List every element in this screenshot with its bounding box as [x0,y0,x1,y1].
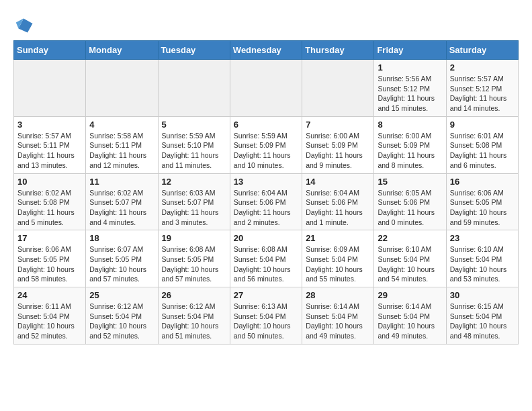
day-info: Sunrise: 5:59 AM Sunset: 5:10 PM Dayligh… [162,131,226,171]
calendar-cell: 4Sunrise: 5:58 AM Sunset: 5:11 PM Daylig… [86,116,158,173]
day-info: Sunrise: 5:58 AM Sunset: 5:11 PM Dayligh… [89,131,154,171]
calendar-body: 1Sunrise: 5:56 AM Sunset: 5:12 PM Daylig… [14,60,519,345]
calendar-cell: 19Sunrise: 6:08 AM Sunset: 5:05 PM Dayli… [158,230,230,287]
header-cell-monday: Monday [86,41,158,60]
calendar-cell: 12Sunrise: 6:03 AM Sunset: 5:07 PM Dayli… [158,173,230,230]
header-cell-thursday: Thursday [302,41,374,60]
day-info: Sunrise: 6:03 AM Sunset: 5:07 PM Dayligh… [162,188,226,228]
calendar-cell: 11Sunrise: 6:02 AM Sunset: 5:07 PM Dayli… [86,173,158,230]
calendar-cell: 2Sunrise: 5:57 AM Sunset: 5:12 PM Daylig… [446,60,518,117]
day-info: Sunrise: 6:07 AM Sunset: 5:05 PM Dayligh… [89,244,154,284]
day-info: Sunrise: 6:06 AM Sunset: 5:05 PM Dayligh… [450,188,515,228]
calendar-cell: 15Sunrise: 6:05 AM Sunset: 5:06 PM Dayli… [374,173,446,230]
day-number: 5 [162,120,226,130]
calendar-cell: 17Sunrise: 6:06 AM Sunset: 5:05 PM Dayli… [14,230,86,287]
day-number: 25 [89,290,154,300]
day-number: 1 [378,62,442,73]
calendar-cell: 18Sunrise: 6:07 AM Sunset: 5:05 PM Dayli… [86,230,158,287]
calendar-cell [86,60,158,117]
calendar-week-2: 10Sunrise: 6:02 AM Sunset: 5:08 PM Dayli… [14,173,519,230]
day-number: 3 [17,120,82,130]
calendar-week-0: 1Sunrise: 5:56 AM Sunset: 5:12 PM Daylig… [14,60,519,117]
day-number: 23 [450,233,515,243]
day-info: Sunrise: 6:10 AM Sunset: 5:04 PM Dayligh… [450,244,515,284]
day-number: 15 [378,177,442,187]
calendar-week-1: 3Sunrise: 5:57 AM Sunset: 5:11 PM Daylig… [14,116,519,173]
day-number: 28 [306,290,370,300]
calendar-week-4: 24Sunrise: 6:11 AM Sunset: 5:04 PM Dayli… [14,287,519,345]
calendar-cell: 30Sunrise: 6:15 AM Sunset: 5:04 PM Dayli… [446,287,518,345]
header-cell-saturday: Saturday [446,41,518,60]
day-info: Sunrise: 6:14 AM Sunset: 5:04 PM Dayligh… [378,302,442,341]
day-number: 24 [17,290,82,300]
calendar-header: SundayMondayTuesdayWednesdayThursdayFrid… [14,41,519,60]
header-cell-tuesday: Tuesday [158,41,230,60]
calendar-cell: 23Sunrise: 6:10 AM Sunset: 5:04 PM Dayli… [446,230,518,287]
day-info: Sunrise: 5:59 AM Sunset: 5:09 PM Dayligh… [234,131,298,171]
calendar-cell [14,60,86,117]
header-cell-sunday: Sunday [14,41,86,60]
day-number: 17 [17,233,82,243]
calendar-cell: 6Sunrise: 5:59 AM Sunset: 5:09 PM Daylig… [230,116,302,173]
day-number: 14 [306,177,370,187]
day-info: Sunrise: 6:10 AM Sunset: 5:04 PM Dayligh… [378,244,442,284]
day-info: Sunrise: 6:04 AM Sunset: 5:06 PM Dayligh… [306,188,370,228]
header-row: SundayMondayTuesdayWednesdayThursdayFrid… [14,41,519,60]
day-number: 19 [162,233,226,243]
day-info: Sunrise: 5:57 AM Sunset: 5:11 PM Dayligh… [17,131,82,171]
header-cell-wednesday: Wednesday [230,41,302,60]
calendar-cell: 8Sunrise: 6:00 AM Sunset: 5:09 PM Daylig… [374,116,446,173]
day-info: Sunrise: 6:06 AM Sunset: 5:05 PM Dayligh… [17,244,82,284]
day-number: 29 [378,290,442,300]
calendar-cell: 10Sunrise: 6:02 AM Sunset: 5:08 PM Dayli… [14,173,86,230]
day-number: 27 [234,290,298,300]
calendar-table: SundayMondayTuesdayWednesdayThursdayFrid… [13,40,519,345]
calendar-cell: 1Sunrise: 5:56 AM Sunset: 5:12 PM Daylig… [374,60,446,117]
day-info: Sunrise: 6:12 AM Sunset: 5:04 PM Dayligh… [89,302,154,341]
day-info: Sunrise: 6:13 AM Sunset: 5:04 PM Dayligh… [234,302,298,341]
calendar-cell [158,60,230,117]
calendar-cell: 26Sunrise: 6:12 AM Sunset: 5:04 PM Dayli… [158,287,230,345]
header [13,13,519,34]
calendar-cell: 5Sunrise: 5:59 AM Sunset: 5:10 PM Daylig… [158,116,230,173]
day-number: 6 [234,120,298,130]
calendar-cell: 7Sunrise: 6:00 AM Sunset: 5:09 PM Daylig… [302,116,374,173]
day-number: 11 [89,177,154,187]
day-info: Sunrise: 6:08 AM Sunset: 5:05 PM Dayligh… [162,244,226,284]
day-info: Sunrise: 5:57 AM Sunset: 5:12 PM Dayligh… [450,74,515,113]
calendar-cell: 28Sunrise: 6:14 AM Sunset: 5:04 PM Dayli… [302,287,374,345]
day-info: Sunrise: 5:56 AM Sunset: 5:12 PM Dayligh… [378,74,442,113]
calendar-cell: 13Sunrise: 6:04 AM Sunset: 5:06 PM Dayli… [230,173,302,230]
calendar-cell [302,60,374,117]
header-cell-friday: Friday [374,41,446,60]
calendar-week-3: 17Sunrise: 6:06 AM Sunset: 5:05 PM Dayli… [14,230,519,287]
day-number: 9 [450,120,515,130]
day-number: 26 [162,290,226,300]
day-info: Sunrise: 6:00 AM Sunset: 5:09 PM Dayligh… [306,131,370,171]
day-info: Sunrise: 6:05 AM Sunset: 5:06 PM Dayligh… [378,188,442,228]
day-number: 18 [89,233,154,243]
calendar-cell: 29Sunrise: 6:14 AM Sunset: 5:04 PM Dayli… [374,287,446,345]
calendar-cell: 27Sunrise: 6:13 AM Sunset: 5:04 PM Dayli… [230,287,302,345]
day-info: Sunrise: 6:08 AM Sunset: 5:04 PM Dayligh… [234,244,298,284]
day-number: 12 [162,177,226,187]
day-info: Sunrise: 6:02 AM Sunset: 5:07 PM Dayligh… [89,188,154,228]
day-info: Sunrise: 6:14 AM Sunset: 5:04 PM Dayligh… [306,302,370,341]
calendar-cell: 20Sunrise: 6:08 AM Sunset: 5:04 PM Dayli… [230,230,302,287]
logo [13,13,36,34]
day-number: 2 [450,62,515,73]
calendar-cell: 22Sunrise: 6:10 AM Sunset: 5:04 PM Dayli… [374,230,446,287]
day-info: Sunrise: 6:12 AM Sunset: 5:04 PM Dayligh… [162,302,226,341]
day-number: 13 [234,177,298,187]
day-info: Sunrise: 6:11 AM Sunset: 5:04 PM Dayligh… [17,302,82,341]
calendar-cell: 24Sunrise: 6:11 AM Sunset: 5:04 PM Dayli… [14,287,86,345]
calendar-cell [230,60,302,117]
logo-icon [13,13,34,34]
day-info: Sunrise: 6:00 AM Sunset: 5:09 PM Dayligh… [378,131,442,171]
calendar-cell: 21Sunrise: 6:09 AM Sunset: 5:04 PM Dayli… [302,230,374,287]
calendar-cell: 9Sunrise: 6:01 AM Sunset: 5:08 PM Daylig… [446,116,518,173]
day-number: 7 [306,120,370,130]
calendar-cell: 25Sunrise: 6:12 AM Sunset: 5:04 PM Dayli… [86,287,158,345]
day-number: 30 [450,290,515,300]
day-info: Sunrise: 6:15 AM Sunset: 5:04 PM Dayligh… [450,302,515,341]
